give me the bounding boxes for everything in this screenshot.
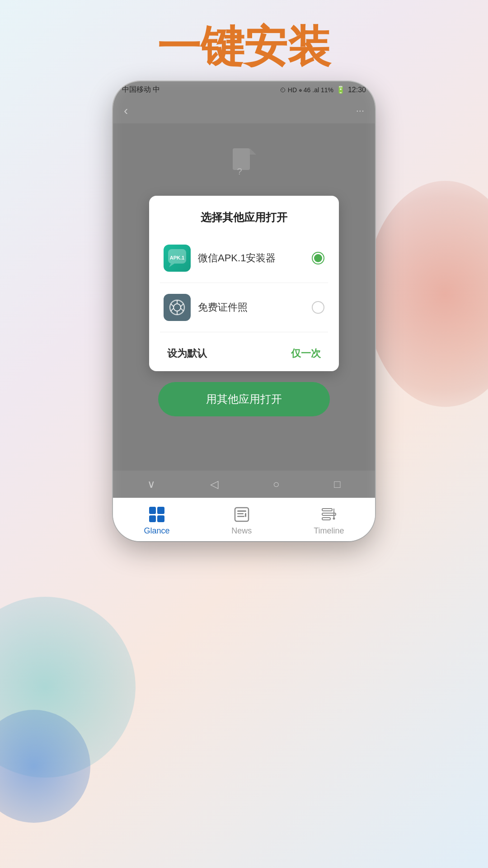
carrier-text: 中国移动 中 — [122, 85, 160, 94]
timeline-icon — [320, 505, 338, 524]
phone-nav-bar: ∨ ◁ ○ □ — [113, 471, 375, 498]
app-icon-apk: APK.1 — [164, 245, 191, 272]
phone-mockup: 中国移动 中 ⏲ HD ⊕ 46 .al 11% 🔋 12:30 ‹ ··· — [113, 81, 375, 541]
status-icons: ⏲ HD ⊕ 46 .al 11% — [280, 86, 333, 94]
glance-grid-icon — [149, 507, 164, 522]
svg-rect-16 — [237, 513, 244, 514]
timeline-label: Timeline — [314, 526, 344, 536]
divider-1 — [160, 283, 328, 283]
dialog-option-1[interactable]: APK.1 微信APK.1安装器 — [160, 237, 328, 279]
time-display: 12:30 — [348, 86, 366, 94]
back-icon[interactable]: ‹ — [124, 104, 128, 118]
dialog-box[interactable]: 选择其他应用打开 APK.1 微信APK.1安装器 — [149, 196, 339, 371]
grid-cell-2 — [157, 507, 164, 514]
svg-text:?: ? — [237, 166, 242, 176]
dialog-title: 选择其他应用打开 — [160, 210, 328, 225]
radio-inner-1 — [314, 254, 322, 262]
app-icon-camera — [164, 294, 191, 321]
svg-rect-19 — [322, 509, 332, 511]
tab-bar: Glance News — [113, 498, 375, 541]
radio-btn-2[interactable] — [312, 301, 324, 314]
glance-icon — [148, 505, 166, 524]
svg-rect-18 — [245, 513, 246, 517]
glance-label: Glance — [144, 526, 169, 536]
phone-nav-recents[interactable]: □ — [334, 478, 341, 491]
once-button[interactable]: 仅一次 — [291, 347, 321, 360]
svg-rect-15 — [237, 510, 246, 512]
svg-line-13 — [171, 304, 174, 307]
apk-bubble-icon: APK.1 — [167, 248, 187, 268]
phone-nav-home[interactable]: ○ — [273, 478, 280, 491]
grid-cell-3 — [149, 515, 156, 523]
grid-cell-1 — [149, 507, 156, 514]
file-icon-area: ? — [226, 146, 262, 182]
svg-line-9 — [181, 304, 183, 307]
page-title: 一键安装 — [0, 18, 488, 77]
phone-nav-back[interactable]: ◁ — [210, 478, 218, 491]
phone-frame: 中国移动 中 ⏲ HD ⊕ 46 .al 11% 🔋 12:30 ‹ ··· — [113, 81, 375, 541]
tab-glance[interactable]: Glance — [144, 505, 169, 536]
file-arrow-icon: ? — [230, 148, 258, 180]
set-default-button[interactable]: 设为默认 — [167, 347, 207, 360]
divider-2 — [160, 332, 328, 332]
svg-point-23 — [333, 518, 335, 520]
timeline-icon-svg — [321, 507, 337, 522]
tab-timeline[interactable]: Timeline — [314, 505, 344, 536]
radio-btn-1[interactable] — [312, 252, 324, 264]
app-name-1: 微信APK.1安装器 — [198, 251, 305, 265]
tab-news[interactable]: News — [231, 505, 252, 536]
battery-icon: 🔋 — [336, 85, 345, 94]
svg-marker-1 — [250, 148, 256, 155]
phone-nav-down[interactable]: ∨ — [147, 478, 155, 491]
more-icon[interactable]: ··· — [356, 105, 364, 117]
bg-blob-red — [366, 181, 488, 407]
svg-line-10 — [181, 308, 183, 311]
dialog-actions: 设为默认 仅一次 — [160, 336, 328, 371]
status-bar: 中国移动 中 ⏲ HD ⊕ 46 .al 11% 🔋 12:30 — [113, 81, 375, 98]
grid-cell-4 — [157, 515, 164, 523]
open-with-button[interactable]: 用其他应用打开 — [158, 382, 330, 416]
dialog-option-2[interactable]: 免费证件照 — [160, 287, 328, 328]
svg-rect-17 — [237, 516, 244, 517]
app-name-2: 免费证件照 — [198, 301, 305, 314]
camera-shutter-icon — [169, 299, 186, 316]
svg-rect-14 — [235, 508, 249, 521]
news-icon — [233, 505, 251, 524]
news-icon-svg — [234, 507, 249, 522]
content-area: ? 选择其他应用打开 APK.1 — [113, 123, 375, 471]
svg-marker-5 — [169, 264, 174, 267]
svg-rect-21 — [322, 518, 330, 520]
svg-point-7 — [174, 304, 181, 311]
svg-line-12 — [171, 308, 174, 311]
svg-text:APK.1: APK.1 — [170, 255, 184, 260]
news-label: News — [231, 526, 252, 536]
dialog-area: 选择其他应用打开 APK.1 微信APK.1安装器 — [122, 196, 366, 416]
status-icons-right: ⏲ HD ⊕ 46 .al 11% 🔋 12:30 — [280, 85, 366, 94]
spacer — [113, 427, 375, 463]
file-area: ? — [113, 123, 375, 196]
nav-bar: ‹ ··· — [113, 98, 375, 123]
